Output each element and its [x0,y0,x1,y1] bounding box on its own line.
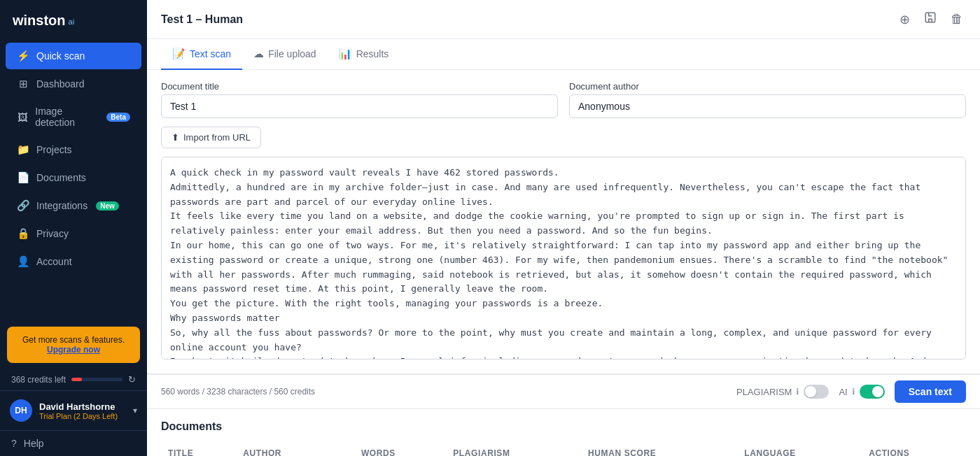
sidebar-item-label: Documents [36,172,86,183]
import-icon: ⬆ [172,132,179,143]
new-badge: New [96,201,119,211]
credits-bar [71,378,82,381]
document-author-input[interactable] [569,94,966,118]
sidebar-item-label: Integrations [36,200,88,211]
image-detection-icon: 🖼 [17,111,28,123]
col-title: TITLE [161,443,236,456]
help-label: Help [24,438,44,449]
help-icon: ? [11,438,17,449]
documents-icon: 📄 [17,171,29,184]
text-area-wrap: A quick check in my password vault revea… [161,157,966,362]
header-actions: ⊕ 🗑 [897,8,966,30]
sidebar-item-help[interactable]: ? Help [0,430,147,456]
credits-label: 368 credits left [11,375,66,385]
logo: winstonai [0,0,147,36]
plagiarism-toggle-group: PLAGIARISM ℹ [736,385,829,399]
main-content: Test 1 – Human ⊕ 🗑 📝 Text scan ☁ File up… [147,0,980,456]
sidebar-nav: ⚡ Quick scan ⊞ Dashboard 🖼 Image detecti… [0,36,147,320]
documents-title: Documents [161,420,966,433]
document-title-label: Document title [161,81,558,92]
sidebar-item-label: Image detection [35,106,98,128]
sidebar-item-quick-scan[interactable]: ⚡ Quick scan [6,43,141,69]
documents-section: Documents TITLE AUTHOR WORDS PLAGIARISM … [147,409,980,456]
col-actions: ACTIONS [862,443,966,456]
credits-row: 368 credits left ↻ [0,370,147,390]
ai-toggle[interactable] [860,385,885,399]
col-words: WORDS [354,443,446,456]
credits-bar-wrap [71,378,122,381]
user-menu[interactable]: DH David Hartshorne Trial Plan (2 Days L… [0,390,147,430]
tab-text-scan[interactable]: 📝 Text scan [161,39,242,70]
ai-toggle-group: AI ℹ [839,385,884,399]
text-scan-icon: 📝 [172,48,186,60]
user-info: David Hartshorne Trial Plan (2 Days Left… [39,401,126,420]
document-title-input[interactable] [161,94,558,118]
scan-controls: PLAGIARISM ℹ AI ℹ Scan text [736,380,966,403]
plagiarism-info-icon[interactable]: ℹ [796,387,799,397]
avatar: DH [10,399,32,422]
document-textarea[interactable]: A quick check in my password vault revea… [161,157,966,359]
beta-badge: Beta [106,113,130,122]
sidebar-item-projects[interactable]: 📁 Projects [6,136,141,163]
sidebar-item-dashboard[interactable]: ⊞ Dashboard [6,71,141,97]
tab-file-upload[interactable]: ☁ File upload [242,39,328,70]
chevron-down-icon: ▾ [133,406,137,415]
form-area: Document title Document author ⬆ Import … [147,70,980,374]
sidebar-item-label: Projects [36,144,72,155]
sidebar-item-image-detection[interactable]: 🖼 Image detection Beta [6,99,141,135]
svg-rect-0 [925,13,935,22]
upgrade-link[interactable]: Upgrade now [47,345,100,355]
add-button[interactable]: ⊕ [897,9,913,30]
document-title-group: Document title [161,81,558,118]
scan-text-button[interactable]: Scan text [895,380,966,403]
col-language: LANGUAGE [737,443,862,456]
plagiarism-label: PLAGIARISM [736,387,792,397]
col-author: AUTHOR [236,443,354,456]
top-header: Test 1 – Human ⊕ 🗑 [147,0,980,39]
tabs: 📝 Text scan ☁ File upload 📊 Results [147,39,980,70]
privacy-icon: 🔒 [17,227,29,240]
form-row: Document title Document author [161,81,966,118]
col-human-score: HUMAN SCORE [581,443,737,456]
import-from-url-button[interactable]: ⬆ Import from URL [161,127,261,148]
projects-icon: 📁 [17,143,29,156]
ai-badge: ai [69,17,75,26]
upgrade-text: Get more scans & features. [22,335,125,345]
import-btn-label: Import from URL [183,132,251,143]
plagiarism-toggle[interactable] [804,385,829,399]
bottom-bar: 560 words / 3238 characters / 560 credit… [147,374,980,409]
ai-label: AI [839,387,847,397]
document-author-group: Document author [569,81,966,118]
sidebar: winstonai ⚡ Quick scan ⊞ Dashboard 🖼 Ima… [0,0,147,456]
tab-results[interactable]: 📊 Results [328,39,400,70]
sidebar-item-integrations[interactable]: 🔗 Integrations New [6,192,141,219]
col-plagiarism: PLAGIARISM [446,443,581,456]
results-icon: 📊 [339,48,352,60]
word-count: 560 words / 3238 characters / 560 credit… [161,387,315,397]
sidebar-item-label: Quick scan [36,50,85,62]
logo-text: winston [13,13,66,29]
refresh-icon[interactable]: ↻ [128,374,136,385]
documents-table: TITLE AUTHOR WORDS PLAGIARISM HUMAN SCOR… [161,443,966,456]
tab-label: File upload [268,48,316,59]
sidebar-item-privacy[interactable]: 🔒 Privacy [6,220,141,247]
user-plan: Trial Plan (2 Days Left) [39,412,126,420]
quick-scan-icon: ⚡ [17,50,29,62]
upgrade-box: Get more scans & features. Upgrade now [7,327,140,363]
sidebar-item-documents[interactable]: 📄 Documents [6,164,141,191]
tab-label: Text scan [190,48,231,59]
sidebar-item-label: Dashboard [36,78,85,90]
save-button[interactable] [921,8,939,30]
user-name: David Hartshorne [39,401,126,412]
sidebar-item-label: Privacy [36,228,69,239]
sidebar-item-account[interactable]: 👤 Account [6,248,141,275]
account-icon: 👤 [17,255,29,268]
delete-button[interactable]: 🗑 [948,9,966,29]
ai-info-icon[interactable]: ℹ [852,387,855,397]
file-upload-icon: ☁ [253,48,264,60]
integrations-icon: 🔗 [17,199,29,212]
document-author-label: Document author [569,81,966,92]
tab-label: Results [356,48,389,59]
dashboard-icon: ⊞ [17,78,29,90]
page-title: Test 1 – Human [161,13,243,26]
